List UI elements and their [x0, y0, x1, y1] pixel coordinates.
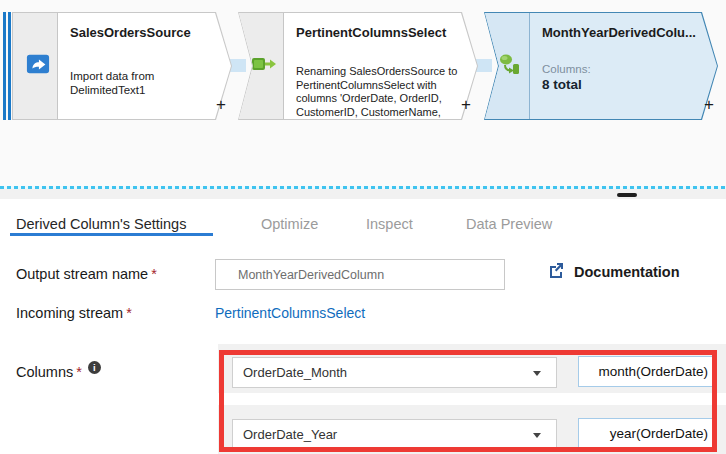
node-pertinent-columns-select[interactable]: PertinentColumnsSelect Renaming SalesOrd…: [238, 12, 478, 120]
expression-field[interactable]: year(OrderDate): [578, 418, 714, 449]
column-name-dropdown[interactable]: OrderDate_Month: [232, 357, 557, 388]
node-columns-label: Columns:: [542, 63, 699, 75]
source-dataset-icon: [26, 52, 50, 80]
chevron-down-icon: [533, 433, 541, 438]
select-transform-icon: [252, 55, 276, 77]
node-sales-orders-source[interactable]: SalesOrdersSource Import data from Delim…: [12, 12, 232, 120]
derived-column-icon: [498, 52, 522, 80]
columns-label: Columns*i: [16, 361, 101, 380]
node-description: Import data from DelimitedText1: [70, 69, 180, 97]
active-tab-underline: [10, 233, 213, 236]
dataflow-canvas[interactable]: SalesOrdersSource Import data from Delim…: [0, 0, 726, 186]
tab-optimize[interactable]: Optimize: [261, 216, 318, 232]
incoming-stream-label: Incoming stream*: [16, 305, 132, 321]
add-transformation-button[interactable]: +: [216, 96, 226, 113]
required-asterisk: *: [76, 364, 82, 380]
node-description: Renaming SalesOrdersSource to PertinentC…: [296, 65, 459, 118]
chevron-down-icon: [533, 371, 541, 376]
tab-inspect[interactable]: Inspect: [366, 216, 413, 232]
column-name-value: OrderDate_Year: [243, 427, 337, 442]
tab-data-preview[interactable]: Data Preview: [466, 216, 552, 232]
node-columns-count: 8 total: [542, 77, 699, 92]
documentation-label: Documentation: [574, 264, 680, 280]
info-icon[interactable]: i: [88, 361, 101, 374]
node-month-year-derived-column[interactable]: MonthYearDerivedColu... Columns: 8 total: [484, 12, 718, 120]
column-name-value: OrderDate_Month: [243, 365, 347, 380]
node-title: SalesOrdersSource: [70, 25, 213, 40]
external-link-icon: [548, 262, 564, 282]
column-name-dropdown[interactable]: OrderDate_Year: [232, 419, 557, 450]
add-transformation-button[interactable]: +: [704, 96, 714, 113]
dataflow-editor-screen: SalesOrdersSource Import data from Delim…: [0, 0, 726, 454]
documentation-link[interactable]: Documentation: [548, 262, 680, 282]
node-title: MonthYearDerivedColu...: [542, 25, 699, 40]
output-stream-name-label: Output stream name*: [16, 266, 157, 282]
node-title: PertinentColumnsSelect: [296, 25, 459, 40]
panel-collapse-handle[interactable]: [617, 193, 637, 197]
required-asterisk: *: [126, 305, 132, 321]
required-asterisk: *: [151, 266, 157, 282]
output-stream-name-input[interactable]: [215, 259, 505, 290]
tab-derived-column-settings[interactable]: Derived Column's Settings: [16, 216, 186, 232]
incoming-stream-link[interactable]: PertinentColumnsSelect: [215, 305, 365, 321]
add-transformation-button[interactable]: +: [461, 96, 471, 113]
node-icon-strip: [13, 13, 58, 119]
canvas-left-edge-bar: [8, 12, 11, 120]
expression-field[interactable]: month(OrderDate): [578, 356, 714, 387]
node-icon-strip: [239, 13, 284, 119]
node-icon-strip: [485, 13, 530, 119]
canvas-left-edge-bar: [3, 12, 6, 120]
